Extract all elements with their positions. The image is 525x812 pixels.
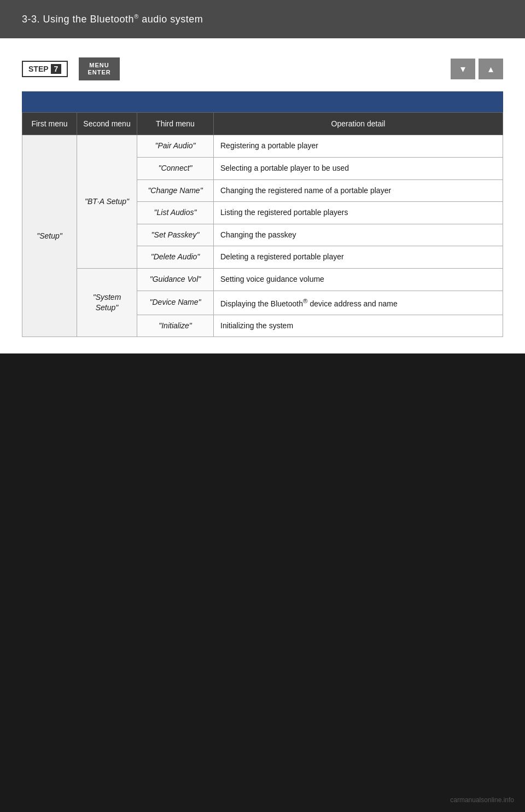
detail-connect: Selecting a portable player to be used	[214, 157, 503, 179]
detail-initialize-text: Initializing the system	[220, 321, 293, 330]
page-container: 3-3. Using the Bluetooth® audio system S…	[0, 0, 525, 812]
third-menu-device-name: "Device Name"	[137, 291, 214, 315]
watermark-text: carmanualsonline.info	[450, 796, 514, 804]
header-title: 3-3. Using the Bluetooth® audio system	[22, 13, 203, 25]
step-label: STEP	[28, 65, 49, 73]
detail-initialize: Initializing the system	[214, 315, 503, 337]
detail-delete-audio: Deleting a registered portable player	[214, 246, 503, 269]
menu-enter-line1: MENU	[89, 62, 109, 69]
section-header	[22, 91, 503, 112]
header-title-text: 3-3. Using the Bluetooth	[22, 14, 134, 25]
detail-delete-audio-text: Deleting a registered portable player	[220, 252, 344, 261]
detail-list-audios: Listing the registered portable players	[214, 202, 503, 224]
first-menu-text: "Setup"	[37, 231, 62, 240]
third-menu-change-name: "Change Name"	[137, 179, 214, 202]
nav-up-button[interactable]: ▴	[479, 59, 503, 79]
third-menu-connect: "Connect"	[137, 157, 214, 179]
detail-device-name: Displaying the Bluetooth® device address…	[214, 291, 503, 315]
header-title-suffix: audio system	[139, 14, 203, 25]
detail-set-passkey-text: Changing the passkey	[220, 230, 296, 239]
chevron-down-icon: ▾	[460, 63, 465, 75]
table-row: "Setup" "BT·A Setup" "Pair Audio" Regist…	[22, 135, 503, 158]
third-menu-pair: "Pair Audio"	[137, 135, 214, 158]
detail-pair: Registering a portable player	[214, 135, 503, 158]
third-menu-list-audios-text: "List Audios"	[154, 208, 197, 217]
col-header-detail: Operation detail	[214, 113, 503, 135]
second-menu-bta: "BT·A Setup"	[77, 135, 137, 269]
third-menu-initialize: "Initialize"	[137, 315, 214, 337]
detail-list-audios-text: Listing the registered portable players	[220, 208, 348, 217]
nav-buttons: ▾ ▴	[451, 59, 503, 79]
table-row: "System Setup" "Guidance Vol" Setting vo…	[22, 268, 503, 291]
detail-change-name: Changing the registered name of a portab…	[214, 179, 503, 202]
third-menu-initialize-text: "Initialize"	[159, 321, 192, 330]
second-menu-system-text: "System Setup"	[93, 293, 121, 312]
chevron-up-icon: ▴	[488, 63, 493, 75]
content-area: STEP 7 MENU ENTER ▾ ▴	[0, 38, 525, 353]
detail-guidance-vol-text: Setting voice guidance volume	[220, 275, 324, 283]
third-menu-guidance-vol-text: "Guidance Vol"	[150, 275, 201, 283]
detail-change-name-text: Changing the registered name of a portab…	[220, 186, 391, 195]
second-menu-bta-text: "BT·A Setup"	[85, 197, 129, 206]
header-reg-symbol: ®	[134, 13, 139, 20]
detail-set-passkey: Changing the passkey	[214, 224, 503, 246]
menu-enter-line2: ENTER	[88, 69, 110, 76]
footer-watermark: carmanualsonline.info	[450, 796, 514, 804]
third-menu-set-passkey-text: "Set Passkey"	[151, 230, 200, 239]
third-menu-delete-audio: "Delete Audio"	[137, 246, 214, 269]
detail-pair-text: Registering a portable player	[220, 141, 318, 150]
step-number: 7	[51, 64, 62, 74]
third-menu-change-name-text: "Change Name"	[148, 186, 202, 195]
detail-connect-text: Selecting a portable player to be used	[220, 164, 349, 172]
third-menu-delete-audio-text: "Delete Audio"	[151, 252, 200, 261]
third-menu-set-passkey: "Set Passkey"	[137, 224, 214, 246]
col-header-second: Second menu	[77, 113, 137, 135]
third-menu-guidance-vol: "Guidance Vol"	[137, 268, 214, 291]
first-menu-cell: "Setup"	[22, 135, 77, 337]
detail-guidance-vol: Setting voice guidance volume	[214, 268, 503, 291]
third-menu-pair-text: "Pair Audio"	[155, 141, 195, 150]
col-header-first: First menu	[22, 113, 77, 135]
third-menu-device-name-text: "Device Name"	[150, 298, 201, 306]
third-menu-connect-text: "Connect"	[158, 164, 192, 172]
col-header-third: Third menu	[137, 113, 214, 135]
menu-table: First menu Second menu Third menu Operat…	[22, 112, 503, 337]
menu-enter-button[interactable]: MENU ENTER	[79, 57, 119, 80]
third-menu-list-audios: "List Audios"	[137, 202, 214, 224]
table-header-row: First menu Second menu Third menu Operat…	[22, 113, 503, 135]
header-bar: 3-3. Using the Bluetooth® audio system	[0, 0, 525, 38]
step-left: STEP 7 MENU ENTER	[22, 57, 120, 80]
step-area: STEP 7 MENU ENTER ▾ ▴	[22, 55, 503, 83]
nav-down-button[interactable]: ▾	[451, 59, 475, 79]
second-menu-system: "System Setup"	[77, 268, 137, 337]
step-badge: STEP 7	[22, 61, 68, 77]
